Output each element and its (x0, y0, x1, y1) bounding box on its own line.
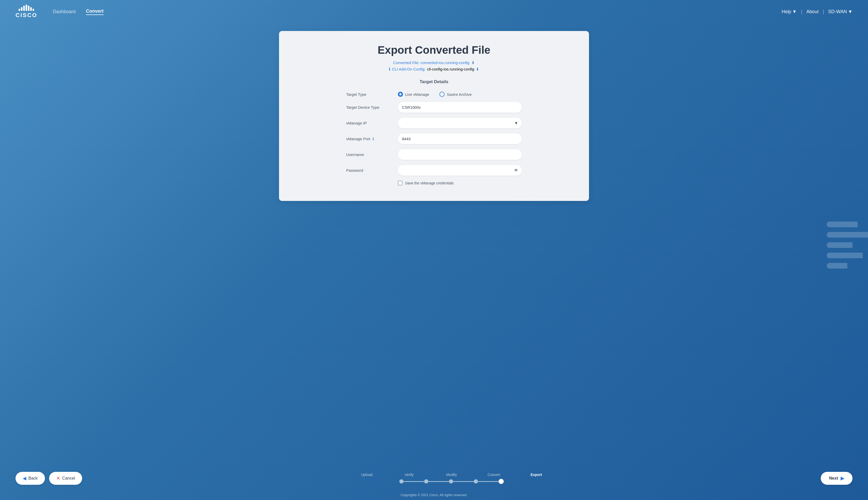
cli-addon-filename: cli-config-ios.running-config (427, 67, 474, 71)
vmanage-port-control (398, 134, 522, 144)
main-content: Export Converted File Converted File: co… (0, 23, 868, 467)
logo-text: CISCO (15, 12, 37, 19)
back-button[interactable]: ◀ Back (15, 472, 45, 485)
username-row: Username (346, 149, 522, 160)
step-line-4 (478, 481, 499, 482)
back-icon: ◀ (23, 476, 26, 481)
cancel-label: Cancel (62, 476, 75, 481)
nav-convert[interactable]: Convert (86, 9, 104, 15)
step-line-2 (428, 481, 449, 482)
target-device-type-row: Target Device Type (346, 102, 522, 113)
vmanage-port-row: vManage Port ℹ (346, 134, 522, 144)
username-label: Username (346, 152, 398, 157)
step-dot-export (499, 479, 504, 484)
vmanage-port-info-icon: ℹ (373, 137, 374, 141)
steps-labels: Upload Verify Modify Convert Export (354, 473, 549, 477)
help-menu[interactable]: Help ▼ (782, 9, 797, 14)
nav-dashboard[interactable]: Dashboard (53, 9, 76, 14)
converted-file-download-icon[interactable]: ⬇ (472, 60, 475, 65)
info-icon: ℹ (389, 67, 390, 71)
logo-bar-5 (28, 6, 30, 11)
step-dot-modify (449, 479, 453, 484)
converted-file-info: Converted File: converted-ios.running-co… (300, 60, 568, 65)
logo-bar-2 (21, 7, 22, 11)
nav-divider-1: | (801, 9, 802, 15)
vmanage-ip-input[interactable] (398, 118, 522, 128)
side-bar-2 (827, 232, 868, 238)
logo-bar-4 (25, 5, 27, 11)
password-input[interactable] (398, 165, 522, 175)
radio-sastre-archive-label: Sastre Archive (447, 92, 472, 96)
logo-bar-6 (30, 7, 32, 11)
footer: Copyrights © 2021 Cisco. All rights rese… (0, 490, 868, 500)
cli-addon-download-icon[interactable]: ⬇ (476, 67, 479, 71)
vmanage-ip-control: ▼ (398, 118, 522, 128)
side-bar-4 (827, 253, 863, 258)
side-bars (827, 221, 868, 269)
vmanage-ip-row: vManage IP ▼ (346, 118, 522, 128)
step-label-upload: Upload (354, 473, 380, 477)
target-device-type-input[interactable] (398, 102, 522, 113)
logo-bar-1 (19, 9, 20, 11)
save-credentials-checkbox[interactable] (398, 181, 403, 185)
steps-container: Upload Verify Modify Convert Export (354, 473, 549, 484)
save-credentials-row: Save the vManage credentials (398, 181, 522, 185)
logo-bar-7 (33, 9, 34, 11)
cli-addon-info: ℹ CLI Add-On Config: cli-config-ios.runn… (300, 67, 568, 71)
target-type-label: Target Type (346, 92, 398, 96)
form-section: Target Type Live vManage Sastre Archive … (346, 92, 522, 185)
logo-bar-3 (23, 6, 25, 11)
target-type-options: Live vManage Sastre Archive (398, 92, 522, 97)
sdwan-label: SD-WAN (828, 9, 847, 14)
password-wrapper: 👁 (398, 165, 522, 175)
navbar: CISCO Dashboard Convert Help ▼ | About |… (0, 0, 868, 23)
step-dot-upload (399, 479, 404, 484)
logo: CISCO (15, 5, 37, 19)
target-device-type-control (398, 102, 522, 113)
help-label: Help (782, 9, 791, 14)
next-icon: ▶ (841, 476, 844, 481)
step-label-export: Export (523, 473, 549, 477)
step-line-1 (404, 481, 424, 482)
footer-text: Copyrights © 2021 Cisco. All rights rese… (401, 493, 467, 497)
progress-area: Upload Verify Modify Convert Export (82, 473, 821, 484)
sdwan-menu[interactable]: SD-WAN ▼ (828, 9, 853, 14)
target-device-type-label: Target Device Type (346, 105, 398, 110)
cancel-button[interactable]: ✕ Cancel (49, 472, 82, 485)
page-title: Export Converted File (300, 44, 568, 56)
password-toggle-eye-icon[interactable]: 👁 (514, 168, 518, 173)
cancel-icon: ✕ (56, 476, 60, 481)
sdwan-chevron-icon: ▼ (848, 9, 853, 14)
radio-live-vmanage-label: Live vManage (405, 92, 429, 96)
help-chevron-icon: ▼ (792, 9, 797, 14)
side-bar-5 (827, 263, 847, 269)
next-label: Next (829, 476, 838, 481)
username-control (398, 149, 522, 160)
username-input[interactable] (398, 149, 522, 160)
step-dot-convert (474, 479, 478, 484)
side-bar-1 (827, 221, 858, 227)
password-control: 👁 (398, 165, 522, 175)
vmanage-port-input[interactable] (398, 134, 522, 144)
vmanage-port-label: vManage Port ℹ (346, 137, 398, 141)
steps-track (399, 479, 504, 484)
logo-bars (19, 5, 34, 11)
step-line-3 (453, 481, 474, 482)
step-dot-verify (424, 479, 428, 484)
step-label-modify: Modify (439, 473, 464, 477)
section-title: Target Details (300, 79, 568, 84)
bottom-bar: ◀ Back ✕ Cancel Upload Verify Modify Con… (0, 467, 868, 490)
target-type-row: Target Type Live vManage Sastre Archive (346, 92, 522, 97)
next-button[interactable]: Next ▶ (821, 472, 853, 485)
cli-addon-label: CLI Add-On Config: (392, 67, 426, 71)
radio-live-vmanage[interactable]: Live vManage (398, 92, 429, 97)
about-link[interactable]: About (807, 9, 819, 14)
side-bar-3 (827, 242, 853, 248)
step-label-convert: Convert (481, 473, 507, 477)
nav-links: Dashboard Convert (53, 9, 104, 15)
radio-sastre-archive[interactable]: Sastre Archive (439, 92, 472, 97)
save-credentials-label[interactable]: Save the vManage credentials (405, 181, 454, 185)
export-card: Export Converted File Converted File: co… (279, 31, 589, 201)
nav-right: Help ▼ | About | SD-WAN ▼ (782, 9, 853, 15)
step-label-verify: Verify (396, 473, 422, 477)
